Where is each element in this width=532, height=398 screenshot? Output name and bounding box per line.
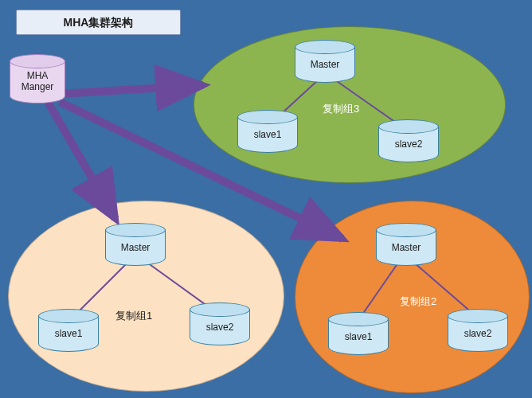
diagram-title: MHA集群架构	[16, 10, 181, 35]
g1-slave2: slave2	[190, 302, 250, 345]
g3-slave1: slave1	[237, 110, 298, 153]
g3-master: Master	[295, 40, 355, 83]
arrow-manager-g3	[60, 85, 203, 94]
manager-label: MHA Manger	[10, 70, 65, 92]
g1-master: Master	[105, 223, 166, 266]
g2-label: 复制组2	[400, 295, 436, 309]
g2-master: Master	[376, 223, 436, 266]
g3-label: 复制组3	[323, 102, 359, 116]
g2-slave2: slave2	[448, 309, 508, 352]
g2-slave1: slave1	[328, 312, 389, 355]
arrow-manager-g1	[48, 102, 115, 219]
g3-slave2: slave2	[378, 119, 439, 162]
g1-label: 复制组1	[115, 309, 152, 323]
manager-node: MHA Manger	[10, 54, 65, 103]
g1-slave1: slave1	[38, 309, 99, 352]
